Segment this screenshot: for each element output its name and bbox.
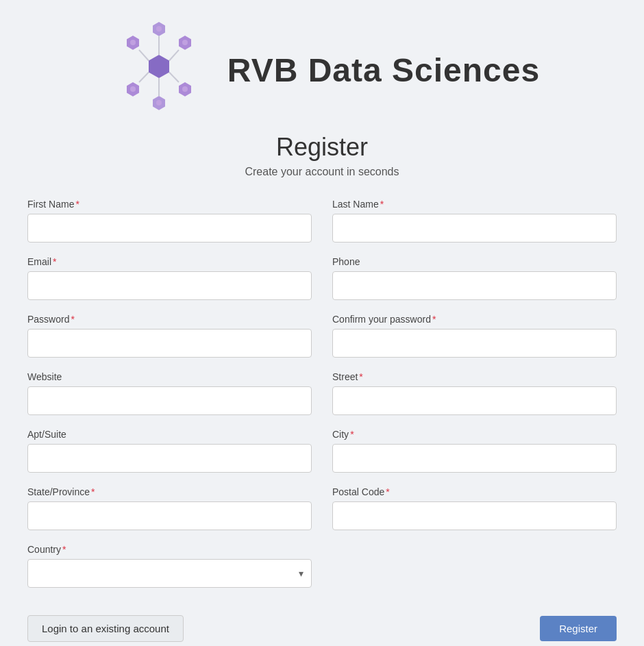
- country-row: Country* United States Canada United Kin…: [27, 544, 617, 588]
- website-street-row: Website Street*: [27, 371, 617, 415]
- confirm-password-group: Confirm your password*: [332, 314, 617, 358]
- last-name-required: *: [380, 199, 384, 210]
- email-group: Email*: [27, 256, 312, 300]
- svg-line-8: [169, 50, 179, 61]
- first-name-required: *: [75, 199, 79, 210]
- svg-point-18: [130, 40, 136, 45]
- state-province-group: State/Province*: [27, 486, 312, 530]
- last-name-label: Last Name*: [332, 199, 617, 210]
- svg-point-16: [156, 100, 162, 105]
- svg-point-17: [130, 86, 136, 92]
- website-label: Website: [27, 371, 312, 382]
- state-postal-row: State/Province* Postal Code*: [27, 486, 617, 530]
- state-required: *: [91, 486, 95, 497]
- street-label: Street*: [332, 371, 617, 382]
- svg-line-9: [169, 73, 179, 83]
- apt-suite-input[interactable]: [27, 444, 312, 473]
- apt-suite-group: Apt/Suite: [27, 429, 312, 473]
- apt-city-row: Apt/Suite City*: [27, 429, 617, 473]
- first-name-input[interactable]: [27, 214, 312, 243]
- page-subtitle: Create your account in seconds: [0, 166, 644, 178]
- form-actions: Login to an existing account Register: [0, 601, 644, 646]
- password-row: Password* Confirm your password*: [27, 314, 617, 358]
- phone-group: Phone: [332, 256, 617, 300]
- logo: [104, 14, 214, 126]
- country-spacer: [332, 544, 617, 588]
- email-label: Email*: [27, 256, 312, 267]
- name-row: First Name* Last Name*: [27, 199, 617, 243]
- phone-input[interactable]: [332, 271, 617, 300]
- password-label: Password*: [27, 314, 312, 325]
- phone-label: Phone: [332, 256, 617, 267]
- password-input[interactable]: [27, 329, 312, 358]
- svg-line-11: [139, 73, 149, 83]
- email-phone-row: Email* Phone: [27, 256, 617, 300]
- postal-required: *: [386, 486, 389, 497]
- password-required: *: [71, 314, 74, 325]
- country-label: Country*: [27, 544, 312, 555]
- city-group: City*: [332, 429, 617, 473]
- street-input[interactable]: [332, 386, 617, 415]
- email-input[interactable]: [27, 271, 312, 300]
- svg-marker-0: [149, 55, 169, 78]
- first-name-group: First Name*: [27, 199, 312, 243]
- postal-code-label: Postal Code*: [332, 486, 617, 497]
- register-form: First Name* Last Name* Email* Phone Pass: [0, 199, 644, 588]
- website-group: Website: [27, 371, 312, 415]
- state-province-input[interactable]: [27, 501, 312, 530]
- brand-name: RVB Data Sciences: [227, 51, 540, 89]
- street-group: Street*: [332, 371, 617, 415]
- confirm-password-label: Confirm your password*: [332, 314, 617, 325]
- confirm-password-required: *: [432, 314, 436, 325]
- password-group: Password*: [27, 314, 312, 358]
- apt-suite-label: Apt/Suite: [27, 429, 312, 440]
- country-select[interactable]: United States Canada United Kingdom Aust…: [27, 559, 312, 588]
- city-required: *: [350, 429, 354, 440]
- svg-point-14: [182, 40, 188, 45]
- country-select-wrapper: United States Canada United Kingdom Aust…: [27, 559, 312, 588]
- country-group: Country* United States Canada United Kin…: [27, 544, 312, 588]
- postal-code-group: Postal Code*: [332, 486, 617, 530]
- street-required: *: [359, 371, 362, 382]
- register-button[interactable]: Register: [540, 616, 617, 641]
- email-required: *: [53, 256, 56, 267]
- city-input[interactable]: [332, 444, 617, 473]
- state-province-label: State/Province*: [27, 486, 312, 497]
- svg-line-12: [139, 50, 149, 61]
- last-name-group: Last Name*: [332, 199, 617, 243]
- header: RVB Data Sciences: [0, 0, 644, 133]
- website-input[interactable]: [27, 386, 312, 415]
- page-title: Register: [0, 133, 644, 162]
- country-required: *: [62, 544, 66, 555]
- city-label: City*: [332, 429, 617, 440]
- first-name-label: First Name*: [27, 199, 312, 210]
- login-button[interactable]: Login to an existing account: [27, 615, 184, 642]
- page-title-section: Register Create your account in seconds: [0, 133, 644, 178]
- postal-code-input[interactable]: [332, 501, 617, 530]
- svg-point-13: [156, 26, 162, 32]
- confirm-password-input[interactable]: [332, 329, 617, 358]
- last-name-input[interactable]: [332, 214, 617, 243]
- svg-point-15: [182, 86, 188, 92]
